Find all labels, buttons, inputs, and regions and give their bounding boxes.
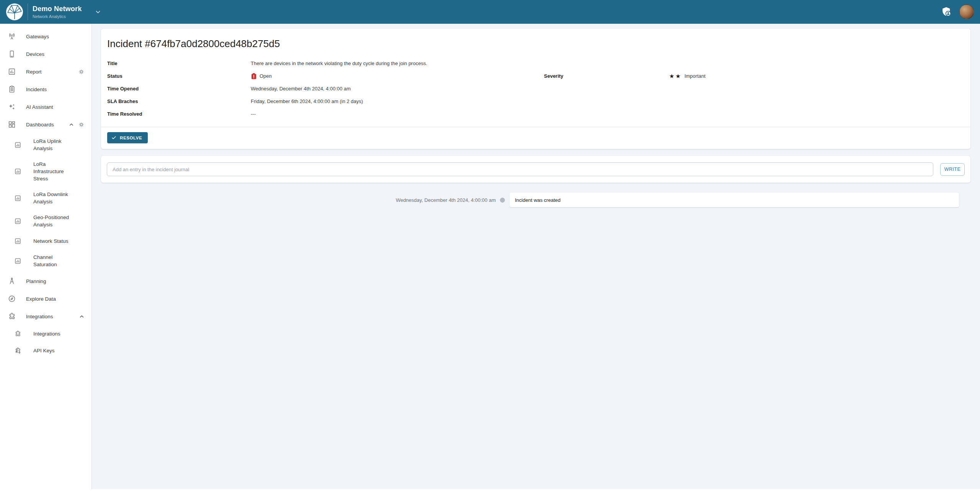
compass-icon (8, 295, 16, 303)
sidebar-item-label: Integrations (26, 313, 53, 320)
resolve-bar: RESOLVE (101, 127, 970, 149)
sidebar-item-lora-downlink-analysis[interactable]: LoRa Downlink Analysis (0, 187, 91, 210)
resolve-button[interactable]: RESOLVE (107, 132, 148, 143)
puzzle-icon (8, 312, 16, 321)
field-label: Title (107, 60, 251, 67)
puzzle-icon (14, 330, 21, 337)
app-logo[interactable] (6, 3, 23, 20)
main-content: Incident #674fb7a0d2800ced48b275d5 Title… (92, 24, 980, 489)
sidebar-item-label: Incidents (26, 86, 47, 93)
drafting-compass-icon (8, 277, 16, 285)
tree-network-logo-icon (6, 3, 23, 20)
sidebar-item-report[interactable]: Report (0, 63, 91, 80)
sidebar-item-label: AI Assistant (26, 103, 53, 111)
dashboards-collapse-chevron-up-icon[interactable] (69, 122, 74, 128)
chart-tile-icon (14, 195, 21, 202)
sidebar-item-label: Network Status (33, 237, 76, 245)
field-label: Time Opened (107, 85, 251, 92)
chart-tile-icon (14, 218, 21, 225)
timeline-entry-text: Incident was created (515, 197, 560, 203)
sidebar-item-integrations-sub[interactable]: Integrations (0, 325, 91, 342)
field-label: Status (107, 72, 251, 80)
field-title: Title There are devices in the network v… (107, 60, 544, 67)
sidebar-item-label: Channel Saturation (33, 254, 76, 268)
user-avatar[interactable] (959, 5, 974, 19)
field-value: ★★ Important (669, 72, 706, 80)
integrations-collapse-chevron-up-icon[interactable] (79, 314, 85, 319)
report-settings-gear-icon[interactable] (78, 69, 85, 75)
incident-detail-card: Incident #674fb7a0d2800ced48b275d5 Title… (101, 29, 970, 149)
field-value: Wednesday, December 4th 2024, 4:00:00 am (251, 85, 351, 92)
sidebar-item-label: Devices (26, 51, 44, 58)
field-value: --- (251, 110, 256, 118)
chart-tile-icon (14, 257, 21, 265)
sidebar-item-channel-saturation[interactable]: Channel Saturation (0, 249, 91, 272)
sidebar-item-label: LoRa Downlink Analysis (33, 191, 76, 205)
journal-card: WRITE (101, 156, 970, 183)
timeline-dot (500, 198, 505, 203)
content-row: Gateways Devices Repor (0, 24, 980, 489)
field-value: Friday, December 6th 2024, 4:00:00 am (i… (251, 98, 363, 105)
header-actions (941, 5, 974, 19)
clipboard-icon (8, 85, 16, 93)
chevron-down-icon (95, 8, 101, 15)
sidebar-item-label: Gateways (26, 33, 49, 40)
sidebar-item-label: Explore Data (26, 295, 56, 303)
sidebar-item-lora-uplink-analysis[interactable]: LoRa Uplink Analysis (0, 133, 91, 156)
puzzle-arrow-icon (14, 347, 21, 354)
field-status: Status (107, 72, 544, 80)
app-title: Demo Network (33, 5, 82, 13)
incident-timeline: Wednesday, December 4th 2024, 4:00:00 am… (92, 193, 980, 207)
field-sla-braches: SLA Braches Friday, December 6th 2024, 4… (107, 98, 544, 105)
sidebar-item-label: Dashboards (26, 121, 54, 128)
sidebar-item-devices[interactable]: Devices (0, 45, 91, 63)
field-severity: Severity ★★ Important (544, 72, 964, 80)
sidebar-item-label: Planning (26, 278, 46, 285)
sidebar-item-label: Integrations (33, 330, 76, 337)
dashboards-settings-gear-icon[interactable] (78, 121, 85, 128)
sidebar-item-dashboards[interactable]: Dashboards (0, 116, 91, 133)
field-value: There are devices in the network violati… (251, 60, 427, 67)
sidebar-item-label: Geo-Positioned Analysis (33, 214, 76, 228)
status-value: Open (260, 72, 272, 80)
sidebar-item-lora-infrastructure-stress[interactable]: LoRa Infrastructure Stress (0, 156, 91, 187)
field-label: SLA Braches (107, 98, 251, 105)
shield-admin-icon[interactable] (941, 6, 952, 18)
timeline-entry-card: Incident was created (510, 193, 959, 207)
sidebar-item-gateways[interactable]: Gateways (0, 28, 91, 45)
brand-block: Demo Network Network Analytics (28, 3, 82, 20)
sidebar-item-label: LoRa Infrastructure Stress (33, 160, 76, 182)
incident-heading: Incident #674fb7a0d2800ced48b275d5 (101, 38, 970, 50)
chart-tile-icon (14, 168, 21, 175)
app-root: Demo Network Network Analytics (0, 0, 980, 496)
sidebar-item-network-status[interactable]: Network Status (0, 232, 91, 249)
field-value: Open (251, 72, 272, 80)
field-label: Time Resolved (107, 110, 251, 118)
app-subtitle: Network Analytics (33, 14, 82, 19)
write-button[interactable]: WRITE (940, 163, 965, 176)
dashboard-grid-icon (8, 120, 16, 129)
sidebar-item-label: API Keys (33, 347, 76, 354)
field-time-opened: Time Opened Wednesday, December 4th 2024… (107, 85, 544, 92)
sidebar-item-explore-data[interactable]: Explore Data (0, 290, 91, 308)
field-label: Severity (544, 72, 669, 80)
antenna-icon (8, 32, 16, 41)
sidebar-item-label: Report (26, 68, 42, 75)
check-icon (111, 135, 116, 140)
sidebar: Gateways Devices Repor (0, 24, 92, 489)
sidebar-item-integrations[interactable]: Integrations (0, 308, 91, 325)
chart-tile-icon (14, 141, 21, 149)
sidebar-item-geo-positioned-analysis[interactable]: Geo-Positioned Analysis (0, 210, 91, 232)
chart-tile-icon (14, 237, 21, 245)
sidebar-item-ai-assistant[interactable]: AI Assistant (0, 98, 91, 116)
severity-value: Important (684, 72, 706, 80)
org-switcher-chevron[interactable] (95, 8, 101, 15)
alert-clipboard-icon (251, 73, 257, 80)
sidebar-item-incidents[interactable]: Incidents (0, 80, 91, 98)
severity-stars-icon: ★★ (669, 72, 682, 80)
app-header: Demo Network Network Analytics (0, 0, 980, 24)
sidebar-item-planning[interactable]: Planning (0, 272, 91, 290)
journal-entry-input[interactable] (107, 162, 933, 176)
sidebar-item-api-keys[interactable]: API Keys (0, 342, 91, 359)
field-time-resolved: Time Resolved --- (107, 110, 544, 118)
